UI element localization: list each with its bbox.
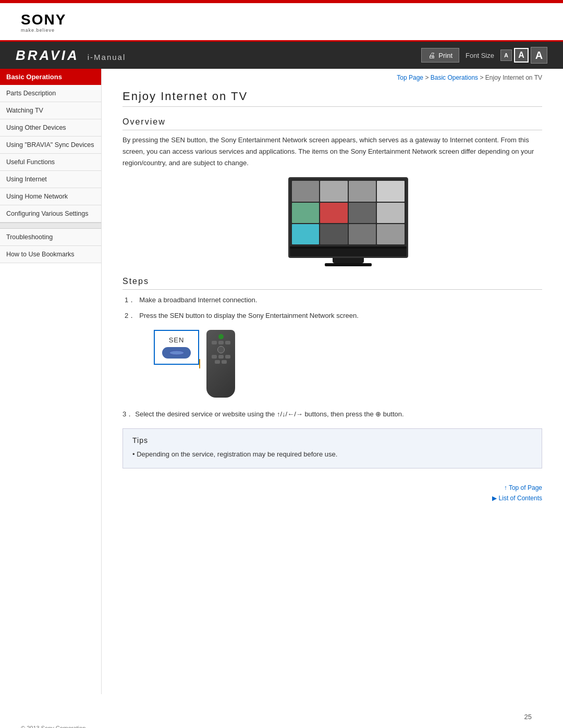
tv-tile	[292, 203, 320, 223]
step-1: 1． Make a broadband Internet connection.	[125, 294, 542, 306]
sidebar-section-basic-ops[interactable]: Basic Operations	[0, 69, 101, 85]
tv-screen-content	[290, 179, 407, 246]
remote-btn-g	[215, 360, 220, 364]
sidebar-item-bravia-sync[interactable]: Using "BRAVIA" Sync Devices	[0, 137, 101, 154]
sidebar-item-parts-description[interactable]: Parts Description	[0, 85, 101, 102]
tv-tile	[320, 224, 348, 244]
main-area: Basic Operations Parts Description Watch…	[0, 69, 563, 694]
remote-btn-d	[212, 355, 217, 359]
font-large-button[interactable]: A	[531, 47, 547, 64]
sony-tagline: make.believe	[21, 28, 55, 33]
tips-text: Depending on the service, registration m…	[132, 449, 532, 460]
overview-text: By pressing the SEN button, the Sony Ent…	[123, 134, 542, 169]
sidebar-item-label: Parts Description	[6, 90, 56, 97]
breadcrumb-sep2: >	[478, 74, 485, 81]
page-footer: © 2013 Sony Corporation 25	[0, 694, 563, 728]
sen-button-area: SEN	[154, 330, 199, 365]
sidebar-item-label: Useful Functions	[6, 158, 55, 166]
remote-btn-b	[218, 341, 224, 344]
breadcrumb: Top Page > Basic Operations > Enjoy Inte…	[123, 69, 542, 90]
tv-display	[154, 177, 542, 266]
sen-btn-icon	[169, 350, 185, 355]
step-1-num: 1．	[125, 294, 135, 306]
sidebar-item-label: How to Use Bookmarks	[6, 251, 75, 258]
page-number: 25	[514, 702, 542, 728]
sidebar-item-using-other-devices[interactable]: Using Other Devices	[0, 119, 101, 137]
tv-tile	[349, 203, 376, 223]
svg-point-0	[169, 351, 184, 355]
tv-tile	[377, 181, 405, 201]
tv-tile	[292, 224, 320, 244]
font-size-label: Font Size	[466, 52, 494, 59]
sony-logo: SONY make.believe	[21, 13, 542, 33]
step-2-num: 2．	[125, 310, 135, 322]
sidebar-item-label: Using Other Devices	[6, 124, 66, 131]
tv-base	[325, 263, 372, 266]
steps-section-title: Steps	[123, 277, 542, 290]
breadcrumb-top-page[interactable]: Top Page	[397, 74, 423, 81]
sidebar-divider	[0, 223, 101, 229]
font-size-controls: A A A	[500, 47, 547, 64]
sidebar-item-label: Configuring Various Settings	[6, 210, 89, 217]
tv-tile	[377, 203, 405, 223]
font-medium-button[interactable]: A	[514, 48, 529, 63]
sidebar-item-configuring-settings[interactable]: Configuring Various Settings	[0, 205, 101, 223]
connector-line	[199, 359, 200, 368]
breadcrumb-sep1: >	[423, 74, 431, 81]
bravia-title: BRAVIA i-Manual	[16, 47, 126, 64]
remote-image-area: SEN	[154, 330, 542, 398]
tips-box: Tips Depending on the service, registrat…	[123, 428, 542, 468]
sony-brand: SONY	[21, 13, 66, 27]
remote-btn-c	[225, 341, 230, 344]
remote-btn-e	[218, 355, 224, 359]
tv-tile	[320, 181, 348, 201]
tv-tile	[377, 224, 405, 244]
sidebar-section-label: Basic Operations	[6, 73, 62, 81]
tv-tile	[349, 224, 376, 244]
sidebar-item-watching-tv[interactable]: Watching TV	[0, 102, 101, 119]
footer-links: Top of Page List of Contents	[123, 484, 542, 502]
sidebar: Basic Operations Parts Description Watch…	[0, 69, 102, 694]
top-of-page-link[interactable]: Top of Page	[504, 484, 542, 491]
tv-stand	[333, 258, 364, 263]
bravia-logo-text: BRAVIA	[16, 47, 79, 64]
remote-btn-h	[222, 360, 227, 364]
remote-btn-row-3	[215, 360, 227, 364]
remote-btn-row-1	[212, 341, 230, 344]
sidebar-item-label: Troubleshooting	[6, 233, 53, 241]
remote-control	[206, 330, 235, 398]
remote-btn-f	[225, 355, 230, 359]
tv-tile	[292, 181, 320, 201]
header-bar: BRAVIA i-Manual 🖨 Print Font Size A A A	[0, 42, 563, 69]
sidebar-item-troubleshooting[interactable]: Troubleshooting	[0, 229, 101, 246]
tv-tile	[349, 181, 376, 201]
tv-screen-frame	[288, 177, 408, 258]
print-button[interactable]: 🖨 Print	[421, 48, 459, 63]
font-small-button[interactable]: A	[500, 50, 512, 61]
step-3-num: 3．	[123, 408, 133, 420]
tips-title: Tips	[132, 436, 532, 445]
imanual-label: i-Manual	[88, 53, 126, 61]
sen-button-shape	[162, 347, 191, 359]
sen-label: SEN	[169, 336, 185, 344]
sidebar-item-home-network[interactable]: Using Home Network	[0, 188, 101, 205]
list-of-contents-link[interactable]: List of Contents	[492, 495, 542, 502]
tv-screen-image	[154, 177, 542, 266]
tv-tile	[320, 203, 348, 223]
sidebar-item-label: Using "BRAVIA" Sync Devices	[6, 141, 94, 149]
top-bar: SONY make.believe	[0, 3, 563, 42]
sidebar-item-label: Watching TV	[6, 107, 43, 114]
sidebar-item-useful-functions[interactable]: Useful Functions	[0, 154, 101, 171]
main-content: Top Page > Basic Operations > Enjoy Inte…	[102, 69, 563, 694]
step-1-text: Make a broadband Internet connection.	[139, 294, 257, 306]
sidebar-item-bookmarks[interactable]: How to Use Bookmarks	[0, 246, 101, 263]
breadcrumb-basic-ops[interactable]: Basic Operations	[431, 74, 478, 81]
sidebar-item-label: Using Home Network	[6, 193, 68, 200]
remote-power-btn	[218, 334, 224, 339]
print-label: Print	[438, 52, 452, 59]
page-container: SONY make.believe BRAVIA i-Manual 🖨 Prin…	[0, 0, 563, 728]
step-2-text: Press the SEN button to display the Sony…	[139, 310, 359, 322]
sidebar-item-using-internet[interactable]: Using Internet	[0, 171, 101, 188]
tv-bezel-bottom	[290, 246, 407, 249]
step-3: 3． Select the desired service or website…	[123, 408, 542, 420]
